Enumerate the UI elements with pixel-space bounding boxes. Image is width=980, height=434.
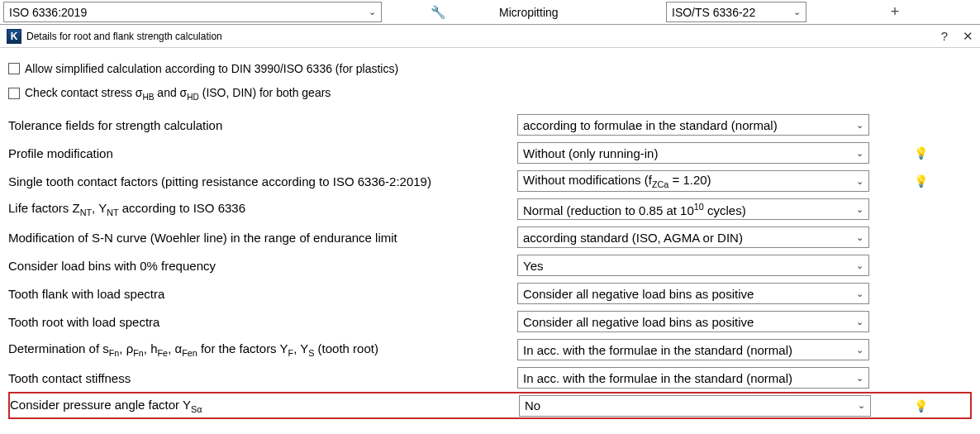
row-stiffness: Tooth contact stiffness In acc. with the… <box>8 364 972 392</box>
help-button[interactable]: ? <box>941 29 948 43</box>
row-single-tooth: Single tooth contact factors (pitting re… <box>8 167 972 195</box>
select-flank-spectra[interactable]: Consider all negative load bins as posit… <box>517 283 869 304</box>
app-icon: K <box>7 29 21 44</box>
chevron-down-icon: ⌄ <box>369 7 376 17</box>
label-sncurve: Modification of S-N curve (Woehler line)… <box>8 231 517 245</box>
hint-icon[interactable]: 💡 <box>914 146 928 160</box>
value-determination: In acc. with the formulae in the standar… <box>523 343 792 357</box>
wrench-icon[interactable]: 🔧 <box>388 5 488 20</box>
dialog-body: Allow simplified calculation according t… <box>0 48 980 424</box>
calculation-standard-select[interactable]: ISO 6336:2019 ⌄ <box>3 2 382 22</box>
chevron-down-icon: ⌄ <box>856 373 863 384</box>
row-allow-simplified: Allow simplified calculation according t… <box>8 56 972 81</box>
label-life-factors: Life factors ZNT, YNT according to ISO 6… <box>8 201 517 217</box>
row-profile: Profile modification Without (only runni… <box>8 139 972 167</box>
value-profile: Without (only running-in) <box>523 146 658 160</box>
row-check-contact: Check contact stress σHB and σHD (ISO, D… <box>8 81 972 106</box>
select-sncurve[interactable]: according standard (ISO, AGMA or DIN) ⌄ <box>517 227 869 248</box>
label-stiffness: Tooth contact stiffness <box>8 371 517 385</box>
close-button[interactable]: ✕ <box>963 29 973 44</box>
chevron-down-icon: ⌄ <box>856 345 863 355</box>
row-loadbins: Consider load bins with 0% frequency Yes… <box>8 251 972 279</box>
hint-icon[interactable]: 💡 <box>914 174 928 188</box>
label-single-tooth: Single tooth contact factors (pitting re… <box>8 174 517 188</box>
row-determination: Determination of sFn, ρFn, hFe, αFen for… <box>8 336 972 364</box>
label-flank-spectra: Tooth flank with load spectra <box>8 287 517 301</box>
label-determination: Determination of sFn, ρFn, hFe, αFen for… <box>8 341 517 358</box>
label-check-contact: Check contact stress σHB and σHD (ISO, D… <box>25 86 331 102</box>
value-root-spectra: Consider all negative load bins as posit… <box>523 315 754 329</box>
row-flank-spectra: Tooth flank with load spectra Consider a… <box>8 279 972 308</box>
hint-icon[interactable]: 💡 <box>914 399 928 413</box>
value-pressure-angle: No <box>525 398 540 413</box>
chevron-down-icon: ⌄ <box>856 317 863 327</box>
select-root-spectra[interactable]: Consider all negative load bins as posit… <box>517 311 869 332</box>
chevron-down-icon: ⌄ <box>856 148 863 159</box>
top-toolbar: ISO 6336:2019 ⌄ 🔧 Micropitting ISO/TS 63… <box>0 0 980 25</box>
row-life-factors: Life factors ZNT, YNT according to ISO 6… <box>8 195 972 223</box>
value-flank-spectra: Consider all negative load bins as posit… <box>523 287 754 301</box>
chevron-down-icon: ⌄ <box>858 400 865 411</box>
row-root-spectra: Tooth root with load spectra Consider al… <box>8 308 972 336</box>
row-pressure-angle: Consider pressure angle factor YSα No ⌄ … <box>8 392 972 419</box>
dialog-header: K Details for root and flank strength ca… <box>0 25 980 48</box>
checkbox-check-contact[interactable] <box>8 88 20 99</box>
chevron-down-icon: ⌄ <box>856 232 863 243</box>
select-loadbins[interactable]: Yes ⌄ <box>517 255 869 276</box>
label-profile: Profile modification <box>8 146 517 160</box>
dialog-title: Details for root and flank strength calc… <box>26 31 936 42</box>
select-stiffness[interactable]: In acc. with the formulae in the standar… <box>517 367 869 389</box>
value-sncurve: according standard (ISO, AGMA or DIN) <box>523 231 743 245</box>
micropitting-label: Micropitting <box>494 6 659 19</box>
chevron-down-icon: ⌄ <box>856 260 863 271</box>
label-allow-simplified: Allow simplified calculation according t… <box>25 62 398 75</box>
value-single-tooth: Without modifications (fZCa = 1.20) <box>523 173 711 189</box>
label-pressure-angle: Consider pressure angle factor YSα <box>8 398 519 414</box>
row-sncurve: Modification of S-N curve (Woehler line)… <box>8 223 972 251</box>
value-tolerance: according to formulae in the standard (n… <box>523 118 778 132</box>
chevron-down-icon: ⌄ <box>856 176 863 187</box>
select-profile[interactable]: Without (only running-in) ⌄ <box>517 142 869 164</box>
value-life-factors: Normal (reduction to 0.85 at 1010 cycles… <box>523 202 746 217</box>
chevron-down-icon: ⌄ <box>856 289 863 299</box>
value-stiffness: In acc. with the formulae in the standar… <box>523 371 792 385</box>
calculation-standard-value: ISO 6336:2019 <box>9 6 87 19</box>
select-single-tooth[interactable]: Without modifications (fZCa = 1.20) ⌄ <box>517 170 869 192</box>
micropitting-standard-value: ISO/TS 6336-22 <box>672 6 755 19</box>
chevron-down-icon: ⌄ <box>856 120 863 131</box>
label-loadbins: Consider load bins with 0% frequency <box>8 259 517 273</box>
row-tolerance: Tolerance fields for strength calculatio… <box>8 111 972 139</box>
chevron-down-icon: ⌄ <box>856 204 863 215</box>
chevron-down-icon: ⌄ <box>793 7 801 17</box>
select-tolerance[interactable]: according to formulae in the standard (n… <box>517 114 869 136</box>
add-button[interactable]: + <box>813 3 977 21</box>
select-pressure-angle[interactable]: No ⌄ <box>519 395 871 417</box>
label-root-spectra: Tooth root with load spectra <box>8 315 517 329</box>
label-tolerance: Tolerance fields for strength calculatio… <box>8 118 517 132</box>
select-life-factors[interactable]: Normal (reduction to 0.85 at 1010 cycles… <box>517 198 869 220</box>
select-determination[interactable]: In acc. with the formulae in the standar… <box>517 339 869 360</box>
micropitting-standard-select[interactable]: ISO/TS 6336-22 ⌄ <box>666 2 806 22</box>
value-loadbins: Yes <box>523 259 543 273</box>
checkbox-allow-simplified[interactable] <box>8 63 20 74</box>
